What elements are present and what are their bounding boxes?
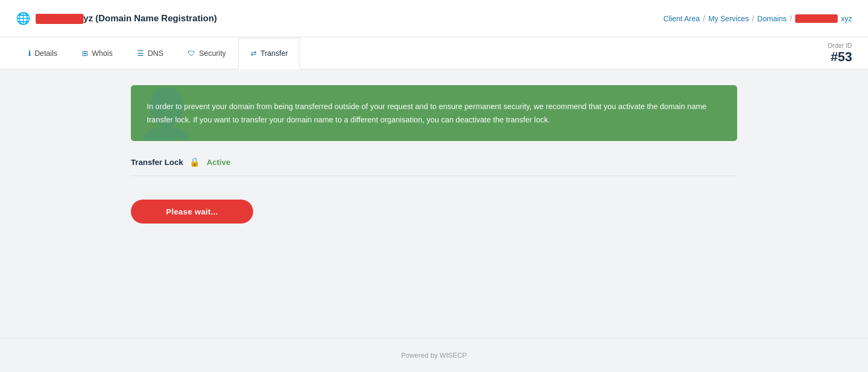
top-header: 🌐 ████████yz (Domain Name Registration) … [0, 0, 868, 37]
lock-icon: 🔒 [189, 157, 200, 167]
dns-icon: ☰ [137, 49, 144, 57]
main-content: 👤 In order to prevent your domain from b… [115, 69, 753, 255]
whois-icon: ⊞ [82, 49, 88, 57]
please-wait-button[interactable]: Please wait... [131, 200, 253, 224]
transfer-icon: ⇄ [251, 49, 257, 57]
breadcrumb-my-services[interactable]: My Services [708, 14, 749, 23]
footer-text: Powered by WISECP [401, 351, 467, 359]
order-id-section: Order ID #53 [828, 42, 852, 69]
breadcrumb: Client Area / My Services / Domains / ██… [663, 14, 852, 23]
breadcrumb-domains[interactable]: Domains [757, 14, 787, 23]
tab-details[interactable]: ℹ Details [16, 37, 70, 69]
tab-security[interactable]: 🛡 Security [176, 37, 238, 69]
footer: Powered by WISECP [0, 338, 868, 372]
info-icon: ℹ [28, 49, 31, 57]
order-id-label: Order ID [828, 42, 852, 49]
globe-icon: 🌐 [16, 12, 30, 26]
info-box: 👤 In order to prevent your domain from b… [131, 85, 737, 141]
tab-whois[interactable]: ⊞ Whois [70, 37, 125, 69]
status-active: Active [206, 158, 230, 167]
tab-dns[interactable]: ☰ DNS [125, 37, 176, 69]
tabs-container: ℹ Details ⊞ Whois ☰ DNS 🛡 Security ⇄ Tra… [16, 37, 300, 69]
breadcrumb-client-area[interactable]: Client Area [663, 14, 699, 23]
breadcrumb-domain-redacted: ████████ [795, 14, 838, 23]
order-id-value: #53 [828, 49, 852, 64]
transfer-lock-row: Transfer Lock 🔒 Active [131, 157, 737, 176]
info-box-text: In order to prevent your domain from bei… [147, 100, 721, 126]
tab-transfer[interactable]: ⇄ Transfer [238, 38, 301, 69]
domain-redacted: ████████ [36, 14, 84, 24]
tabs-bar: ℹ Details ⊞ Whois ☰ DNS 🛡 Security ⇄ Tra… [0, 37, 868, 69]
transfer-lock-section: Transfer Lock 🔒 Active [131, 157, 737, 176]
domain-title: ████████yz (Domain Name Registration) [36, 13, 217, 24]
shield-icon: 🛡 [188, 49, 195, 57]
transfer-lock-label: Transfer Lock [131, 158, 183, 167]
header-left: 🌐 ████████yz (Domain Name Registration) [16, 12, 217, 26]
